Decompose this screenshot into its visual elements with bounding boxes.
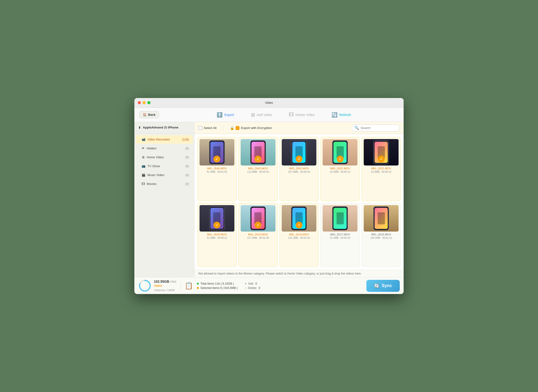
video-duration: 00:01:33	[300, 236, 310, 239]
video-item[interactable]: ✓ IMG_2620.MOV 31.3MB 00:00:22	[197, 203, 237, 267]
sidebar-item-home-video[interactable]: 🖥 Home Video (0)	[136, 153, 193, 161]
content-toolbar: Select All 🔒 ✓ Export with Encryption 🔍	[194, 122, 404, 134]
video-item[interactable]: ✓ IMG_2619.MOV 127.5MB 00:01:30	[238, 203, 278, 267]
check-badge: ✓	[213, 156, 220, 162]
sidebar-item-music-video[interactable]: 🎬 Music Video (0)	[136, 171, 193, 179]
back-button[interactable]: 🏠 Back	[139, 111, 159, 118]
titlebar: Video	[134, 98, 404, 108]
video-meta: 16.9MB 00:00:12	[330, 170, 350, 173]
sidebar-item-movies[interactable]: 🎞 Movies (0)	[136, 180, 193, 188]
select-all-button[interactable]: Select All	[198, 126, 216, 130]
search-box[interactable]: 🔍	[352, 124, 400, 131]
video-name: IMG_2642.MOV	[289, 167, 309, 170]
video-duration: 00:01:02	[217, 170, 227, 173]
home-icon: 🏠	[143, 113, 147, 116]
free-gb: 102.55GB	[154, 280, 169, 283]
sidebar-item-tv-show[interactable]: 📺 TV Show (0)	[136, 162, 193, 170]
video-thumbnail: ✓	[200, 139, 234, 165]
video-thumbnail	[323, 205, 357, 232]
delete-video-button[interactable]: 🎞 Delete Video	[287, 110, 317, 119]
search-icon: 🔍	[354, 126, 359, 130]
delete-video-icon: 🎞	[289, 112, 294, 117]
main-area: ⬆ AppleAlmond の iPhone 📹 Video Recorded …	[134, 122, 404, 277]
close-button[interactable]	[138, 101, 141, 104]
video-meta: 91.4MB 00:01:02	[207, 170, 227, 173]
refresh-button[interactable]: 🔄 Refresh	[329, 110, 353, 119]
divider-1	[223, 125, 223, 131]
video-name: IMG_2621.MOV	[371, 167, 391, 170]
video-size: 104.5MB	[370, 236, 380, 239]
video-item[interactable]: ✓ IMG_2642.MOV 107.6MB 00:00:43	[280, 137, 319, 201]
video-item[interactable]: ✓ IMG_2622.MOV 16.9MB 00:00:12	[320, 137, 360, 201]
device-icon: ⬆	[138, 126, 141, 129]
video-item[interactable]: ✓ IMG_2646.MOV 91.4MB 00:01:02	[197, 137, 237, 201]
add-label: Add:	[248, 282, 254, 285]
check-badge: ✓	[296, 222, 302, 228]
add-video-button[interactable]: ⊞ Add Video	[249, 110, 275, 119]
video-grid: ✓ IMG_2646.MOV 91.4MB 00:01:02 ✓ IMG_264…	[194, 134, 404, 270]
video-name: IMG_2618.MOV	[289, 233, 309, 236]
stats-lines: Total items 116 ( 8.10GB ) Selected item…	[197, 282, 238, 290]
music-video-icon: 🎬	[142, 173, 145, 177]
video-item[interactable]: IMG_2616.MOV 104.5MB 00:01:12	[362, 203, 401, 267]
sync-button[interactable]: 🔄 Sync	[366, 280, 400, 292]
main-toolbar: 🏠 Back ⬆️ Export ⊞ Add Video 🎞 Delete Vi…	[134, 108, 404, 122]
total-items-text: Total items 116 ( 8.10GB )	[200, 282, 234, 285]
export-encryption-area[interactable]: 🔒 ✓ Export with Encryption	[230, 126, 272, 130]
add-video-label: Add Video	[257, 113, 272, 117]
check-badge: ✓	[255, 222, 261, 228]
video-size: 31.5MB	[330, 236, 338, 239]
plus-icon: +	[245, 282, 247, 285]
export-button[interactable]: ⬆️ Export	[214, 110, 236, 119]
video-name: IMG_2643.MOV	[248, 167, 268, 170]
storage-info: 102.55GB FREE VIDEO 116item(s) / 128GB	[154, 280, 177, 292]
video-meta: 31.3MB 00:00:22	[207, 236, 227, 239]
video-item[interactable]: ✓ IMG_2643.MOV 112.8MB 00:00:45	[238, 137, 278, 201]
video-item[interactable]: ✓ IMG_2618.MOV 132.3MB 00:01:33	[280, 203, 319, 267]
search-input[interactable]	[361, 126, 397, 130]
minimize-button[interactable]	[143, 101, 146, 104]
free-label: FREE	[170, 281, 177, 283]
video-meta: 31.5MB 00:00:22	[330, 236, 350, 239]
check-badge: ✓	[337, 156, 344, 162]
sidebar-item-hidden[interactable]: 👁 Hidden (0)	[136, 144, 193, 153]
lock-icon: 🔒	[230, 126, 234, 130]
check-badge: ✓	[213, 222, 220, 228]
notice-bar: Not allowed to import videos to the Movi…	[194, 270, 404, 277]
yellow-dot	[197, 287, 199, 289]
home-video-count: (0)	[185, 156, 189, 159]
video-name: IMG_2617.MOV	[330, 233, 350, 236]
video-thumbnail: ✓	[241, 139, 275, 165]
select-all-label: Select All	[204, 126, 216, 130]
maximize-button[interactable]	[147, 101, 150, 104]
encryption-checkbox[interactable]: ✓	[236, 126, 239, 130]
export-label: Export	[224, 113, 234, 117]
check-badge: ✓	[255, 156, 261, 162]
back-label: Back	[148, 113, 156, 116]
video-duration: 00:00:12	[340, 170, 350, 173]
video-duration: 00:00:16	[382, 170, 391, 173]
movies-label: Movies	[147, 182, 156, 186]
video-meta: 132.3MB 00:01:33	[288, 236, 310, 239]
music-video-count: (0)	[185, 173, 189, 177]
content-area: Select All 🔒 ✓ Export with Encryption 🔍	[194, 122, 404, 277]
video-item[interactable]: ✓ IMG_2621.MOV 23.6MB 00:00:16	[362, 137, 401, 201]
video-item[interactable]: IMG_2617.MOV 31.5MB 00:00:22	[320, 203, 360, 267]
select-all-checkbox[interactable]	[198, 126, 202, 130]
video-name: IMG_2619.MOV	[248, 233, 268, 236]
sidebar-item-video-recorded[interactable]: 📹 Video Recorded (116)	[136, 135, 193, 144]
notice-text: Not allowed to import videos to the Movi…	[198, 272, 362, 275]
selected-items-row: Selected items 8 ( 643.5MB )	[197, 286, 238, 290]
tv-show-label: TV Show	[147, 164, 160, 168]
video-size: 132.3MB	[288, 236, 298, 239]
music-video-label: Music Video	[147, 173, 164, 177]
video-meta: 112.8MB 00:00:45	[247, 170, 269, 173]
video-meta: 104.5MB 00:01:12	[370, 236, 392, 239]
video-recorded-label: Video Recorded	[147, 138, 170, 141]
device-name: AppleAlmond の iPhone	[143, 125, 178, 130]
delete-row: − Delete: 0	[245, 286, 260, 290]
tv-show-count: (0)	[185, 165, 189, 168]
video-thumbnail: ✓	[282, 139, 317, 165]
movies-icon: 🎞	[142, 182, 145, 186]
check-badge: ✓	[378, 156, 385, 162]
